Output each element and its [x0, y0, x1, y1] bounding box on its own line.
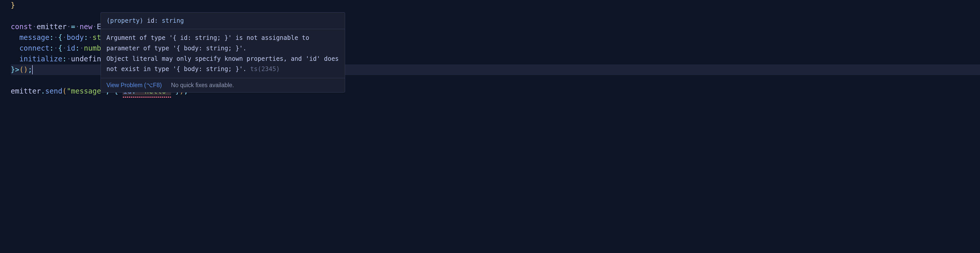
- operator-eq: =: [71, 21, 75, 32]
- tooltip-error-section: Argument of type '{ id: string; }' is no…: [101, 29, 345, 78]
- tooltip-signature-section: (property) id: string: [101, 13, 345, 29]
- colon: :: [49, 32, 54, 43]
- tooltip-error-message: Argument of type '{ id: string; }' is no…: [107, 33, 339, 74]
- hover-tooltip: (property) id: string Argument of type '…: [100, 12, 345, 93]
- no-quick-fixes-label: No quick fixes available.: [171, 81, 234, 90]
- tooltip-actions: View Problem (⌥F8) No quick fixes availa…: [101, 78, 345, 92]
- brace: }: [11, 0, 15, 11]
- code-line[interactable]: }: [11, 0, 980, 11]
- text-cursor: [32, 65, 33, 74]
- ts-error-code: ts(2345): [250, 66, 280, 72]
- keyword-const: const: [11, 21, 32, 32]
- code-text: }>();: [11, 64, 32, 75]
- property-key: id: [67, 43, 75, 54]
- variable: emitter: [11, 86, 41, 97]
- method: send: [45, 86, 62, 97]
- string: "message": [67, 86, 105, 97]
- view-problem-link[interactable]: View Problem (⌥F8): [107, 81, 162, 90]
- property-key: connect: [19, 43, 49, 54]
- property-key: body: [67, 32, 84, 43]
- property-key: initialize: [19, 54, 62, 64]
- tooltip-signature: (property) id: string: [107, 16, 339, 25]
- variable: emitter: [37, 21, 67, 32]
- property-key: message: [19, 32, 49, 43]
- keyword-new: new: [80, 21, 93, 32]
